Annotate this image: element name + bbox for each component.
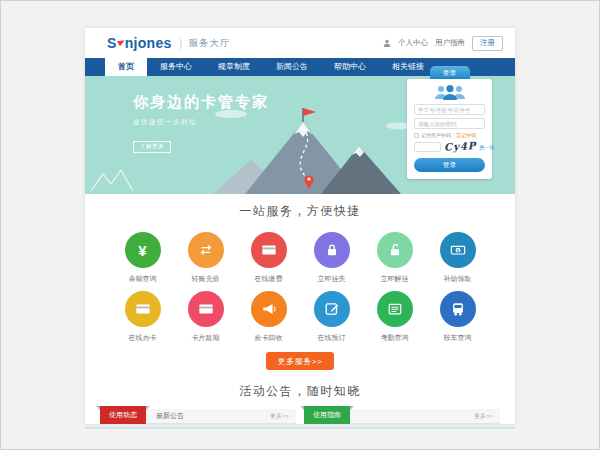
hero-cta-button[interactable]: 了解更多 bbox=[133, 141, 171, 153]
logo[interactable]: S njones | 服务大厅 bbox=[107, 35, 230, 51]
service-found-card[interactable]: 捡卡回收 bbox=[237, 291, 300, 343]
service-balance[interactable]: ¥ 余额查询 bbox=[111, 232, 174, 284]
login-button[interactable]: 登录 bbox=[414, 158, 485, 172]
lock-icon bbox=[324, 242, 340, 258]
service-transfer[interactable]: 转账充值 bbox=[174, 232, 237, 284]
megaphone-icon bbox=[261, 301, 277, 317]
logo-divider: | bbox=[180, 38, 183, 49]
remember-divider: | bbox=[453, 132, 454, 138]
services-grid: ¥ 余额查询 转账充值 在线缴费 bbox=[85, 232, 515, 343]
tab-user-guide[interactable]: 使用指南 bbox=[304, 406, 350, 424]
announcement-tab-bars: 使用动态 最新公告 更多>> 使用指南 更多>> bbox=[85, 409, 515, 424]
nav-item-service-center[interactable]: 服务中心 bbox=[147, 58, 205, 76]
service-attendance[interactable]: 考勤查询 bbox=[363, 291, 426, 343]
user-guide-link[interactable]: 用户指南 bbox=[435, 38, 465, 48]
remember-label: 记住用户密码 bbox=[421, 132, 451, 138]
more-services-button[interactable]: 更多服务>> bbox=[266, 352, 334, 370]
service-card-renewal[interactable]: 卡片延期 bbox=[174, 291, 237, 343]
nav-item-help[interactable]: 帮助中心 bbox=[321, 58, 379, 76]
right-more-link[interactable]: 更多>> bbox=[474, 412, 493, 421]
personal-center-link[interactable]: 个人中心 bbox=[398, 38, 428, 48]
tab-usage-news[interactable]: 使用动态 bbox=[100, 406, 146, 424]
services-section: 一站服务，方便快捷 ¥ 余额查询 转账充值 在线缴费 bbox=[85, 194, 515, 370]
login-form: 记住用户密码 | 忘记密码 Cy4P 换一张 登录 bbox=[407, 79, 492, 179]
mountain-doodle-icon bbox=[89, 166, 145, 192]
nav-item-news[interactable]: 新闻公告 bbox=[263, 58, 321, 76]
service-payment[interactable]: 在线缴费 bbox=[237, 232, 300, 284]
nav-item-rules[interactable]: 规章制度 bbox=[205, 58, 263, 76]
tab-latest-notices[interactable]: 最新公告 bbox=[146, 411, 194, 421]
yuan-icon: ¥ bbox=[138, 243, 146, 258]
account-input[interactable] bbox=[414, 104, 485, 115]
captcha-input[interactable] bbox=[414, 142, 441, 152]
service-report-loss[interactable]: 立即挂失 bbox=[300, 232, 363, 284]
logo-text-suffix: njones bbox=[125, 35, 172, 51]
section-divider bbox=[85, 427, 515, 429]
forgot-password-link[interactable]: 忘记密码 bbox=[456, 132, 476, 138]
password-input[interactable] bbox=[414, 118, 485, 129]
transfer-icon bbox=[198, 242, 214, 258]
banknote-icon: ¥ bbox=[450, 242, 466, 258]
left-announcement-bar: 使用动态 最新公告 更多>> bbox=[100, 409, 296, 424]
card-icon bbox=[135, 301, 151, 317]
login-panel: 登录 记住用户密码 | 忘记密码 Cy4P 换一张 bbox=[407, 66, 492, 179]
hero-title: 你身边的卡管专家 bbox=[133, 93, 269, 112]
edit-icon bbox=[324, 301, 340, 317]
account-links: 个人中心 用户指南 注册 bbox=[383, 36, 503, 51]
service-unlock[interactable]: 立即解挂 bbox=[363, 232, 426, 284]
bus-icon bbox=[450, 301, 466, 317]
nav-item-home[interactable]: 首页 bbox=[105, 58, 147, 76]
captcha-row: Cy4P 换一张 bbox=[414, 141, 485, 152]
hero-banner: 你身边的卡管专家 提供捷径一步到位 了解更多 登录 bbox=[85, 76, 515, 194]
captcha-image[interactable]: Cy4P bbox=[444, 140, 477, 153]
remember-row: 记住用户密码 | 忘记密码 bbox=[414, 132, 485, 138]
announcements-section: 活动公告，随时知晓 使用动态 最新公告 更多>> 使用指南 更多>> bbox=[85, 383, 515, 429]
site-name: 服务大厅 bbox=[188, 37, 230, 50]
logo-text-prefix: S bbox=[107, 35, 117, 51]
card-icon bbox=[198, 301, 214, 317]
portal-page: S njones | 服务大厅 个人中心 用户指南 注册 首页 服务中心 规章制… bbox=[85, 28, 515, 424]
register-button[interactable]: 注册 bbox=[472, 36, 503, 51]
list-icon bbox=[387, 301, 403, 317]
left-more-link[interactable]: 更多>> bbox=[270, 412, 289, 421]
hero-text: 你身边的卡管专家 提供捷径一步到位 了解更多 bbox=[133, 93, 269, 153]
service-subsidy[interactable]: ¥ 补助领取 bbox=[426, 232, 489, 284]
service-apply-card[interactable]: 在线办卡 bbox=[111, 291, 174, 343]
services-title: 一站服务，方便快捷 bbox=[85, 203, 515, 220]
service-booking[interactable]: 在线预订 bbox=[300, 291, 363, 343]
captcha-refresh-link[interactable]: 换一张 bbox=[479, 144, 494, 150]
service-school-bus[interactable]: 校车查询 bbox=[426, 291, 489, 343]
right-announcement-bar: 使用指南 更多>> bbox=[304, 409, 500, 424]
hero-subtitle: 提供捷径一步到位 bbox=[133, 118, 269, 127]
unlock-icon bbox=[387, 242, 403, 258]
remember-checkbox[interactable] bbox=[414, 133, 419, 138]
user-icon bbox=[383, 39, 391, 47]
card-icon bbox=[261, 242, 277, 258]
header: S njones | 服务大厅 个人中心 用户指南 注册 bbox=[85, 28, 515, 58]
login-tab[interactable]: 登录 bbox=[430, 66, 470, 79]
users-icon bbox=[433, 84, 467, 100]
announcements-title: 活动公告，随时知晓 bbox=[85, 383, 515, 400]
